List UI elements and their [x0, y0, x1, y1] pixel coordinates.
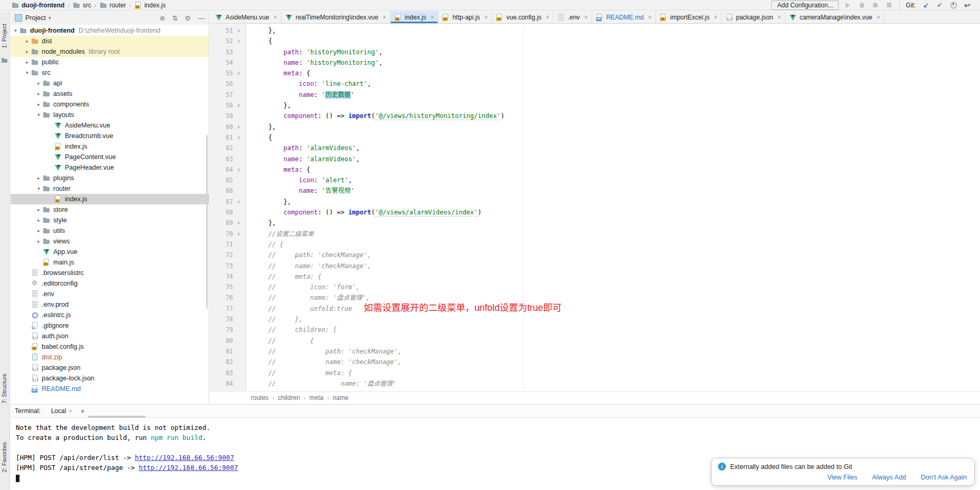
- tree-item[interactable]: main.js: [11, 257, 209, 268]
- tree-item[interactable]: .env: [11, 289, 209, 299]
- editor-breadcrumb-item[interactable]: routes: [251, 394, 268, 401]
- tree-item[interactable]: ▾duoji-frontendD:\zheheWeb\duoji-fronten…: [11, 25, 209, 36]
- panel-scrollbar[interactable]: [206, 135, 208, 309]
- tree-item[interactable]: ▸style: [11, 215, 209, 226]
- editor-tab[interactable]: importExcel.js×: [656, 11, 722, 23]
- tree-item[interactable]: package-lock.json: [11, 373, 209, 384]
- fold-marker[interactable]: ∧: [237, 197, 240, 207]
- chevron-right-icon[interactable]: ▸: [35, 228, 43, 233]
- tree-item[interactable]: ▾layouts: [11, 110, 209, 120]
- editor-tab[interactable]: vue.config.js×: [492, 11, 554, 23]
- tree-item[interactable]: App.vue: [11, 247, 209, 257]
- close-icon[interactable]: ×: [69, 408, 72, 414]
- chevron-right-icon[interactable]: ▸: [35, 218, 43, 223]
- tree-item[interactable]: package.json: [11, 362, 209, 373]
- tree-item[interactable]: .env.prod: [11, 299, 209, 310]
- fold-marker[interactable]: ∨: [237, 36, 240, 46]
- tree-item[interactable]: ▸plugins: [11, 173, 209, 183]
- editor-breadcrumb-item[interactable]: meta: [309, 394, 324, 401]
- tree-item[interactable]: PageContent.vue: [11, 152, 209, 162]
- close-icon[interactable]: ×: [648, 14, 652, 21]
- tree-item[interactable]: index.js: [11, 141, 209, 152]
- tree-item[interactable]: ▸api: [11, 78, 209, 89]
- chevron-down-icon[interactable]: ▾: [35, 186, 43, 191]
- tree-item[interactable]: ▾src: [11, 67, 209, 78]
- tree-item[interactable]: ▸public: [11, 57, 209, 67]
- close-icon[interactable]: ×: [546, 14, 549, 21]
- chevron-right-icon[interactable]: ▸: [35, 81, 43, 86]
- fold-marker[interactable]: ∨: [237, 164, 240, 175]
- notification-action-link[interactable]: Always Add: [872, 474, 906, 481]
- close-icon[interactable]: ×: [778, 14, 781, 21]
- hide-panel-button[interactable]: —: [198, 14, 205, 22]
- git-rollback-button[interactable]: ↩: [963, 1, 972, 9]
- close-icon[interactable]: ×: [584, 14, 588, 21]
- tree-item[interactable]: ▸store: [11, 204, 209, 215]
- breadcrumb-item[interactable]: index.js: [134, 2, 166, 9]
- run-button[interactable]: [843, 1, 852, 9]
- close-icon[interactable]: ×: [714, 14, 717, 21]
- fold-marker[interactable]: ∨: [237, 68, 240, 79]
- collapse-all-button[interactable]: ⇅: [172, 14, 178, 22]
- add-configuration-button[interactable]: Add Configuration...: [771, 1, 839, 10]
- tree-item[interactable]: ▸node_moduleslibrary root: [11, 46, 209, 57]
- tree-item[interactable]: PageHeader.vue: [11, 162, 209, 173]
- notification-action-link[interactable]: View Files: [827, 474, 857, 481]
- terminal-tab-local[interactable]: Local ×: [49, 407, 74, 415]
- code-editor[interactable]: 51∧ },52∨ {53 path: 'historyMonitoring',…: [210, 24, 980, 391]
- tree-item[interactable]: ▸assets: [11, 89, 209, 99]
- chevron-right-icon[interactable]: ▸: [23, 38, 31, 44]
- chevron-down-icon[interactable]: ▾: [23, 70, 31, 75]
- chevron-down-icon[interactable]: ▾: [12, 28, 20, 33]
- chevron-right-icon[interactable]: ▸: [23, 49, 31, 54]
- editor-tab[interactable]: index.js×: [391, 11, 439, 23]
- tree-item[interactable]: .editorconfig: [11, 278, 209, 289]
- breadcrumb-item[interactable]: router: [100, 2, 126, 9]
- project-panel-title[interactable]: Project: [25, 14, 46, 22]
- close-icon[interactable]: ×: [484, 14, 488, 21]
- editor-breadcrumb-item[interactable]: name: [333, 394, 348, 401]
- fold-marker[interactable]: ∧: [237, 100, 240, 111]
- chevron-right-icon[interactable]: ▸: [35, 102, 43, 107]
- tree-item[interactable]: README.md: [11, 384, 209, 394]
- tree-item[interactable]: ▸views: [11, 236, 209, 247]
- tree-item[interactable]: AsideMenu.vue: [11, 120, 209, 131]
- editor-tab[interactable]: README.md×: [592, 11, 656, 23]
- close-icon[interactable]: ×: [877, 14, 880, 21]
- tool-window-favorites-button[interactable]: 2: Favorites: [1, 442, 7, 472]
- git-history-button[interactable]: [949, 1, 958, 9]
- tree-item[interactable]: ▾router: [11, 183, 209, 194]
- editor-tab[interactable]: AsideMenu.vue×: [211, 11, 282, 23]
- editor-tab[interactable]: .env×: [554, 11, 592, 23]
- stop-button[interactable]: [885, 1, 894, 9]
- chevron-down-icon[interactable]: ▾: [48, 15, 51, 21]
- tree-item[interactable]: dist.zip: [11, 352, 209, 362]
- breadcrumb-item[interactable]: src: [73, 2, 91, 9]
- tree-item[interactable]: ▸dist: [11, 36, 209, 46]
- fold-marker[interactable]: ∧: [237, 25, 240, 36]
- new-terminal-button[interactable]: +: [81, 407, 85, 415]
- coverage-button[interactable]: [871, 1, 880, 9]
- tree-item[interactable]: index.js: [11, 194, 209, 204]
- fold-marker[interactable]: ∨: [237, 229, 240, 239]
- fold-marker[interactable]: ∧: [237, 122, 240, 132]
- editor-tab[interactable]: realTimeMonitoring\index.vue×: [282, 11, 391, 23]
- tree-item[interactable]: .browserslistrc: [11, 268, 209, 278]
- editor-tab[interactable]: cameraManage\index.vue×: [785, 11, 885, 23]
- tree-item[interactable]: ▸components: [11, 99, 209, 110]
- tree-item[interactable]: babel.config.js: [11, 341, 209, 352]
- editor-tab[interactable]: http-api.js×: [438, 11, 492, 23]
- locate-file-button[interactable]: ⊕: [160, 14, 166, 22]
- chevron-right-icon[interactable]: ▸: [35, 207, 43, 212]
- editor-tab[interactable]: package.json×: [722, 11, 785, 23]
- tree-item[interactable]: .eslintrc.js: [11, 310, 209, 320]
- close-icon[interactable]: ×: [274, 14, 277, 21]
- terminal-scrollbar[interactable]: [88, 416, 145, 418]
- breadcrumb-item[interactable]: duoji-frontend: [12, 2, 64, 9]
- tree-item[interactable]: .gitignore: [11, 320, 209, 331]
- fold-marker[interactable]: ∨: [237, 132, 240, 143]
- git-commit-button[interactable]: ✔: [935, 1, 944, 9]
- chevron-down-icon[interactable]: ▾: [35, 112, 43, 117]
- tree-item[interactable]: ▸utils: [11, 226, 209, 236]
- tool-window-structure-button[interactable]: 7: Structure: [1, 374, 7, 404]
